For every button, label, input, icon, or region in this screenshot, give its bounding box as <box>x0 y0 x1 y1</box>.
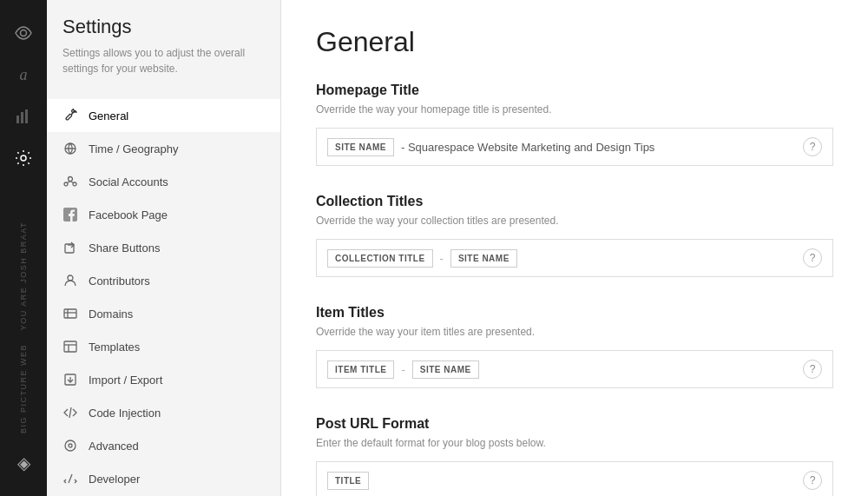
sidebar-description: Settings allows you to adjust the overal… <box>62 45 265 76</box>
sidebar-item-general-label: General <box>89 109 128 122</box>
sidebar-item-developer[interactable]: Developer <box>47 462 280 495</box>
site-name-tag-collection[interactable]: SITE NAME <box>450 249 517 268</box>
sidebar-title: Settings <box>62 16 265 38</box>
sidebar-item-facebook-label: Facebook Page <box>89 208 168 222</box>
site-name-tag-homepage[interactable]: SITE NAME <box>327 138 394 156</box>
sidebar-item-facebook[interactable]: Facebook Page <box>47 198 280 231</box>
homepage-title-field: SITE NAME - Squarespace Website Marketin… <box>316 128 833 166</box>
item-titles-field: ITEM TITLE - SITE NAME ? <box>316 350 833 388</box>
page-title: General <box>316 26 833 58</box>
svg-line-9 <box>68 182 71 183</box>
item-dash: - <box>401 363 404 376</box>
sidebar-item-share-buttons-label: Share Buttons <box>89 241 160 255</box>
domains-icon <box>62 306 78 321</box>
share-icon <box>62 240 78 255</box>
sidebar-item-import-export-label: Import / Export <box>89 374 162 387</box>
squarespace-icon[interactable]: ◈ <box>0 442 47 484</box>
homepage-title-value: - Squarespace Website Marketing and Desi… <box>401 141 796 154</box>
sidebar-item-code-injection-label: Code Injection <box>89 407 161 420</box>
sidebar-item-templates[interactable]: Templates <box>47 330 280 363</box>
post-url-field: TITLE ? <box>316 461 833 496</box>
collection-titles-desc: Override the way your collection titles … <box>316 215 833 227</box>
site-name-tag-item[interactable]: SITE NAME <box>412 360 479 379</box>
eye-icon[interactable] <box>0 12 47 54</box>
homepage-title-desc: Override the way your homepage title is … <box>316 103 833 116</box>
post-url-heading: Post URL Format <box>316 416 833 432</box>
svg-rect-2 <box>21 112 23 123</box>
site-label: Big Picture Web <box>19 344 28 433</box>
svg-rect-17 <box>64 341 76 352</box>
svg-point-13 <box>68 275 73 281</box>
collection-dash: - <box>440 252 444 265</box>
sidebar-item-domains-label: Domains <box>89 308 133 321</box>
sidebar-item-import-export[interactable]: Import / Export <box>47 363 280 396</box>
sidebar-item-time-geography-label: Time / Geography <box>89 142 179 155</box>
sidebar-item-templates-label: Templates <box>89 341 140 354</box>
sidebar-item-time-geography[interactable]: Time / Geography <box>47 132 280 165</box>
section-item-titles: Item Titles Override the way your item t… <box>316 305 833 388</box>
svg-point-24 <box>69 444 72 447</box>
templates-icon <box>62 339 78 354</box>
main-content: General Homepage Title Override the way … <box>281 0 868 496</box>
svg-line-10 <box>70 182 74 183</box>
svg-rect-1 <box>16 116 19 123</box>
sidebar-item-advanced-label: Advanced <box>89 440 139 453</box>
sidebar-item-social-accounts[interactable]: Social Accounts <box>47 165 280 198</box>
sidebar-item-contributors-label: Contributors <box>89 274 150 288</box>
svg-rect-3 <box>25 109 28 123</box>
sidebar: Settings Settings allows you to adjust t… <box>47 0 281 496</box>
svg-point-0 <box>21 30 27 36</box>
section-homepage-title: Homepage Title Override the way your hom… <box>316 83 833 166</box>
homepage-title-help[interactable]: ? <box>803 137 822 156</box>
code-icon <box>62 405 78 420</box>
item-title-tag[interactable]: ITEM TITLE <box>327 360 394 379</box>
sidebar-item-advanced[interactable]: Advanced <box>47 429 280 462</box>
svg-point-7 <box>64 182 68 186</box>
user-label: You are Josh Braat <box>19 222 28 330</box>
sidebar-item-social-accounts-label: Social Accounts <box>89 175 168 188</box>
post-url-help[interactable]: ? <box>803 471 822 490</box>
chart-icon[interactable] <box>0 96 47 137</box>
section-post-url: Post URL Format Enter the default format… <box>316 416 833 496</box>
item-titles-desc: Override the way your item titles are pr… <box>316 326 833 338</box>
section-collection-titles: Collection Titles Override the way your … <box>316 194 833 277</box>
globe-icon <box>62 141 78 156</box>
post-url-desc: Enter the default format for your blog p… <box>316 437 833 449</box>
collection-titles-help[interactable]: ? <box>803 248 822 268</box>
facebook-icon <box>62 207 78 222</box>
svg-point-23 <box>65 440 76 451</box>
icon-bar: a You are Josh Braat Big Picture Web ◈ <box>0 0 47 496</box>
svg-point-6 <box>69 177 73 182</box>
item-titles-help[interactable]: ? <box>803 360 822 379</box>
sidebar-header: Settings Settings allows you to adjust t… <box>47 0 280 85</box>
svg-point-8 <box>73 182 76 186</box>
sidebar-item-share-buttons[interactable]: Share Buttons <box>47 231 280 264</box>
import-icon <box>62 372 78 387</box>
svg-point-4 <box>21 155 26 161</box>
advanced-icon <box>62 438 78 453</box>
contributors-icon <box>62 273 78 288</box>
homepage-title-heading: Homepage Title <box>316 83 833 98</box>
sidebar-item-developer-label: Developer <box>89 473 140 486</box>
type-icon[interactable]: a <box>0 54 47 96</box>
gear-icon[interactable] <box>0 137 47 179</box>
wrench-icon <box>62 108 78 123</box>
item-titles-heading: Item Titles <box>316 305 833 321</box>
svg-rect-14 <box>64 309 76 318</box>
collection-titles-field: COLLECTION TITLE - SITE NAME ? <box>316 239 833 277</box>
title-tag[interactable]: TITLE <box>327 472 369 490</box>
social-icon <box>62 174 78 189</box>
sidebar-item-general[interactable]: General <box>47 99 280 132</box>
collection-titles-heading: Collection Titles <box>316 194 833 209</box>
svg-line-22 <box>69 407 71 418</box>
sidebar-item-domains[interactable]: Domains <box>47 297 280 330</box>
sidebar-item-code-injection[interactable]: Code Injection <box>47 396 280 429</box>
collection-title-tag[interactable]: COLLECTION TITLE <box>327 249 433 268</box>
developer-icon <box>62 471 78 486</box>
sidebar-item-contributors[interactable]: Contributors <box>47 264 280 297</box>
sidebar-nav: General Time / Geography <box>47 99 280 495</box>
